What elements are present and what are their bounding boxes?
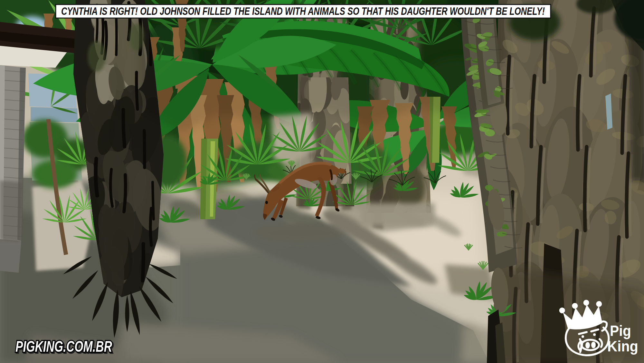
svg-text:Pig: Pig [610,322,631,339]
svg-text:PIGKING.COM.BR: PIGKING.COM.BR [15,338,112,355]
svg-text:CYNTHIA IS RIGHT! OLD JOHNSON: CYNTHIA IS RIGHT! OLD JOHNSON FILLED THE… [61,5,545,17]
svg-text:King: King [607,338,638,355]
